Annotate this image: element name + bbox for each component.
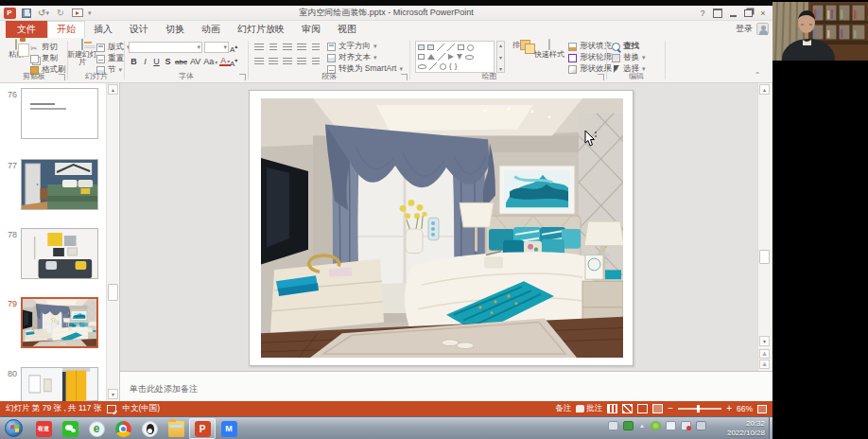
line-spacing-icon[interactable] — [309, 42, 322, 53]
grow-font-icon[interactable]: A▴ — [230, 43, 237, 54]
clipboard-tray-icon[interactable] — [666, 421, 676, 430]
panel-scroll-down-icon[interactable]: ▾ — [108, 389, 118, 399]
justify-icon[interactable] — [295, 56, 308, 67]
arrange-button[interactable]: 排列 — [508, 40, 532, 49]
comments-toggle[interactable]: 批注 — [576, 403, 602, 414]
language-indicator[interactable]: 中文(中国) — [122, 403, 160, 414]
current-slide-canvas[interactable] — [249, 90, 634, 366]
shrink-font-icon[interactable]: A▾ — [230, 60, 237, 68]
paragraph-dialog-launcher-icon[interactable] — [401, 74, 408, 80]
antivirus-tray-icon[interactable] — [651, 421, 661, 430]
zoom-out-icon[interactable]: − — [668, 404, 673, 413]
text-shadow-button[interactable]: S — [163, 56, 173, 67]
tab-slideshow[interactable]: 幻灯片放映 — [229, 21, 293, 38]
numbering-icon[interactable] — [267, 42, 280, 53]
panel-scroll-up-icon[interactable]: ▴ — [108, 84, 118, 95]
slide-79-thumbnail[interactable] — [21, 297, 98, 348]
sign-in[interactable]: 登录 — [736, 23, 769, 35]
text-direction-button[interactable]: 文字方向▾ — [327, 41, 403, 52]
zoom-slider-thumb[interactable] — [697, 405, 700, 413]
normal-view-icon[interactable] — [607, 404, 617, 413]
panel-scrollbar[interactable]: ▴ ▾ — [106, 83, 118, 401]
paste-button[interactable]: 粘贴 — [2, 40, 30, 59]
replace-button[interactable]: 替换▾ — [612, 52, 646, 63]
align-text-button[interactable]: 对齐文本▾ — [327, 52, 403, 63]
close-button[interactable]: × — [755, 6, 771, 20]
align-left-icon[interactable] — [252, 56, 266, 67]
printer-tray-icon[interactable] — [696, 421, 706, 430]
tab-insert[interactable]: 插入 — [85, 21, 121, 38]
slide-sorter-view-icon[interactable] — [622, 404, 633, 413]
reading-view-icon[interactable] — [637, 404, 648, 413]
slide-photo-bedroom[interactable] — [261, 98, 623, 358]
help-button[interactable]: ? — [695, 6, 710, 20]
tab-animations[interactable]: 动画 — [193, 21, 229, 38]
zoom-in-icon[interactable]: + — [726, 404, 732, 413]
increase-indent-icon[interactable] — [295, 42, 308, 53]
tab-view[interactable]: 视图 — [329, 21, 365, 38]
align-right-icon[interactable] — [281, 56, 294, 67]
windows-start-button[interactable] — [5, 419, 23, 437]
drawing-dialog-launcher-icon[interactable] — [598, 74, 604, 80]
slide-76-thumbnail[interactable] — [21, 88, 98, 139]
scroll-up-icon[interactable]: ▴ — [759, 84, 770, 95]
tab-review[interactable]: 审阅 — [293, 21, 329, 38]
restore-button[interactable] — [740, 6, 755, 20]
zoom-slider[interactable] — [678, 408, 721, 410]
taskbar-clock[interactable]: 20:32 2022/10/28 — [727, 419, 765, 438]
slide-77-thumbnail[interactable] — [21, 159, 98, 210]
scroll-down-icon[interactable]: ▾ — [759, 336, 770, 346]
bold-button[interactable]: B — [129, 56, 139, 67]
shapes-gallery[interactable]: { } — [415, 41, 495, 73]
collapse-ribbon-icon[interactable]: ⌃ — [752, 70, 763, 79]
shapes-gallery-scroll[interactable]: ▴▾▾ — [496, 41, 505, 73]
minimize-button[interactable] — [725, 6, 740, 20]
taskbar-browser[interactable] — [83, 418, 110, 439]
action-center-tray-icon[interactable] — [681, 421, 691, 430]
fit-slide-to-window-icon[interactable] — [757, 405, 767, 413]
taskbar-chrome[interactable] — [110, 418, 136, 439]
bullets-icon[interactable] — [252, 42, 266, 53]
underline-button[interactable]: U — [151, 56, 162, 67]
quick-styles-button[interactable]: 快速样式 — [532, 40, 566, 59]
slide-80-thumbnail[interactable] — [21, 367, 98, 401]
font-size-input[interactable] — [204, 42, 229, 53]
editor-scrollbar[interactable]: ▴ ▾ ≛ ≚ — [757, 83, 772, 371]
taskbar-file-explorer[interactable] — [163, 418, 189, 439]
tray-expand-icon[interactable]: ▴ — [638, 421, 646, 430]
copy-button[interactable]: 复制 — [30, 53, 66, 64]
keyboard-tray-icon[interactable] — [608, 421, 618, 430]
cut-button[interactable]: 剪切 — [30, 42, 66, 53]
new-slide-button[interactable]: 新建幻灯片 — [67, 40, 97, 66]
tab-transitions[interactable]: 切换 — [157, 21, 193, 38]
slide-78-thumbnail[interactable] — [21, 228, 98, 279]
font-name-input[interactable] — [129, 42, 202, 53]
ribbon-options-button[interactable] — [710, 6, 725, 20]
slideshow-view-icon[interactable] — [652, 404, 663, 413]
next-slide-icon[interactable]: ≚ — [759, 360, 770, 369]
find-button[interactable]: 查找 — [612, 41, 646, 52]
battery-tray-icon[interactable] — [623, 421, 634, 430]
taskbar-youdao[interactable]: 有道 — [30, 418, 57, 439]
clipboard-dialog-launcher-icon[interactable] — [59, 74, 65, 80]
tab-home[interactable]: 开始 — [47, 21, 85, 38]
panel-scroll-thumb[interactable] — [108, 284, 118, 301]
scroll-thumb[interactable] — [759, 250, 770, 264]
italic-button[interactable]: I — [140, 56, 150, 67]
notes-toggle[interactable]: 备注 — [555, 403, 571, 414]
taskbar-wechat[interactable] — [57, 418, 83, 439]
tab-design[interactable]: 设计 — [121, 21, 157, 38]
font-dialog-launcher-icon[interactable] — [239, 74, 246, 80]
taskbar-powerpoint-active[interactable] — [189, 418, 216, 439]
zoom-percentage[interactable]: 66% — [737, 404, 753, 413]
tab-file[interactable]: 文件 — [6, 21, 47, 38]
notes-pane[interactable]: 单击此处添加备注 — [120, 371, 773, 401]
decrease-indent-icon[interactable] — [281, 42, 294, 53]
columns-icon[interactable] — [309, 56, 322, 67]
taskbar-qq[interactable] — [136, 418, 163, 439]
taskbar-meeting-app[interactable] — [216, 418, 242, 439]
notes-placeholder[interactable]: 单击此处添加备注 — [130, 383, 198, 395]
align-center-icon[interactable] — [267, 56, 280, 67]
previous-slide-icon[interactable]: ≛ — [759, 349, 770, 359]
strikethrough-button[interactable]: abc — [174, 56, 188, 67]
